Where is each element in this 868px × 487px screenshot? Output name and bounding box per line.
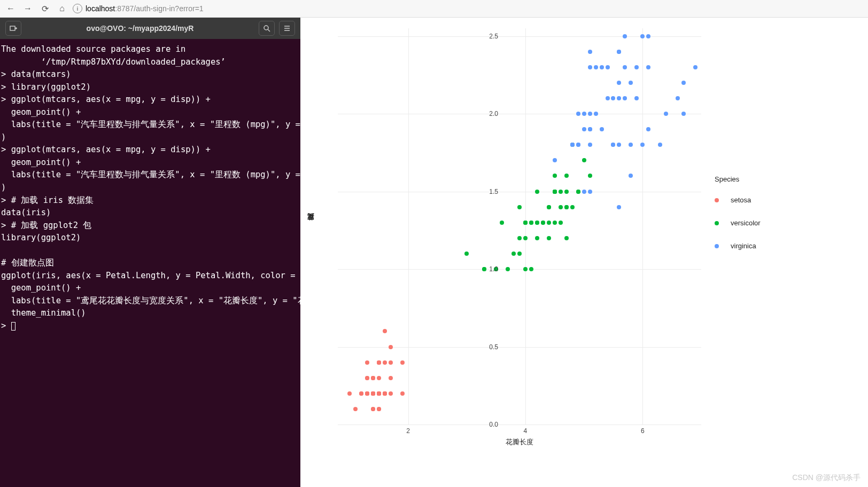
data-point [400, 360, 405, 365]
data-point [377, 391, 381, 396]
data-point [377, 360, 381, 365]
data-point [517, 252, 522, 256]
data-point [506, 267, 510, 271]
legend: Species setosaversicolorvirginica [715, 175, 761, 265]
forward-button[interactable]: → [21, 2, 34, 15]
data-point [634, 96, 639, 100]
y-tick-label: 1.0 [477, 265, 498, 273]
data-point [365, 360, 369, 365]
data-point [529, 221, 533, 225]
data-point [588, 143, 592, 147]
data-point [611, 96, 615, 100]
y-tick-label: 1.5 [477, 188, 498, 195]
data-point [383, 360, 387, 365]
legend-dot-icon [715, 198, 719, 202]
data-point [611, 143, 615, 147]
legend-label: versicolor [731, 219, 761, 227]
data-point [347, 391, 352, 396]
data-point [377, 407, 381, 411]
data-point [500, 221, 504, 225]
svg-point-3 [264, 26, 268, 30]
data-point [646, 65, 650, 69]
legend-title: Species [715, 175, 761, 183]
data-point [582, 112, 586, 116]
data-point [389, 345, 393, 349]
info-icon: i [73, 4, 82, 13]
data-point [517, 236, 522, 240]
data-point [389, 376, 393, 380]
y-tick-label: 2.0 [477, 110, 498, 117]
new-tab-button[interactable] [5, 21, 21, 36]
data-point [588, 190, 592, 194]
data-point [553, 221, 557, 225]
x-tick-label: 4 [520, 427, 531, 435]
url-path: :8787/auth-sign-in?error=1 [115, 4, 203, 13]
home-button[interactable]: ⌂ [56, 2, 68, 15]
data-point [389, 360, 393, 365]
y-tick-label: 0.5 [477, 343, 498, 351]
legend-item-setosa: setosa [715, 196, 761, 204]
svg-line-4 [268, 29, 270, 32]
data-point [582, 127, 586, 131]
data-point [634, 65, 639, 69]
data-point [600, 65, 604, 69]
data-point [559, 190, 563, 194]
data-point [617, 205, 621, 209]
data-point [693, 65, 698, 69]
reload-button[interactable]: ⟳ [38, 2, 51, 15]
y-tick-label: 0.0 [477, 421, 498, 428]
data-point [681, 81, 686, 85]
data-point [529, 267, 533, 271]
search-button[interactable] [259, 21, 275, 36]
data-point [629, 143, 633, 147]
data-point [640, 34, 645, 38]
data-point [576, 112, 580, 116]
data-point [553, 174, 557, 178]
x-axis-label: 花瓣长度 [506, 437, 533, 447]
data-point [535, 236, 539, 240]
data-point [371, 407, 375, 411]
data-point [371, 391, 375, 396]
data-point [588, 174, 592, 178]
data-point [400, 391, 405, 396]
data-point [594, 65, 598, 69]
data-point [365, 376, 369, 380]
data-point [606, 96, 610, 100]
data-point [517, 205, 522, 209]
data-point [377, 376, 381, 380]
legend-dot-icon [715, 221, 719, 225]
terminal-output[interactable]: The downloaded source packages are in ‘/… [0, 39, 300, 487]
data-point [511, 252, 516, 256]
data-point [535, 221, 539, 225]
data-point [389, 391, 393, 396]
y-tick-label: 2.5 [477, 33, 498, 40]
menu-button[interactable] [279, 21, 295, 36]
watermark: CSDN @源代码杀手 [792, 473, 861, 483]
data-point [564, 236, 569, 240]
data-point [564, 190, 569, 194]
data-point [365, 391, 369, 396]
legend-item-virginica: virginica [715, 242, 761, 250]
data-point [588, 112, 592, 116]
data-point [588, 65, 592, 69]
data-point [629, 81, 633, 85]
back-button[interactable]: ← [4, 2, 17, 15]
data-point [576, 143, 580, 147]
data-point [383, 391, 387, 396]
browser-toolbar: ← → ⟳ ⌂ i localhost:8787/auth-sign-in?er… [0, 0, 868, 18]
data-point [547, 236, 551, 240]
data-point [640, 143, 645, 147]
data-point [582, 190, 586, 194]
data-point [582, 158, 586, 162]
terminal-titlebar: ovo@OVO: ~/myapp2024/myR [0, 18, 300, 39]
data-point [553, 158, 557, 162]
data-point [617, 143, 621, 147]
data-point [676, 96, 680, 100]
data-point [588, 127, 592, 131]
data-point [559, 221, 563, 225]
address-bar[interactable]: i localhost:8787/auth-sign-in?error=1 [73, 4, 864, 13]
scatter-plot [338, 28, 701, 425]
plot-panel: 0.00.51.01.52.02.5 246 花瓣宽度 花瓣长度 Species… [300, 18, 868, 487]
legend-label: virginica [731, 242, 756, 250]
data-point [547, 205, 551, 209]
